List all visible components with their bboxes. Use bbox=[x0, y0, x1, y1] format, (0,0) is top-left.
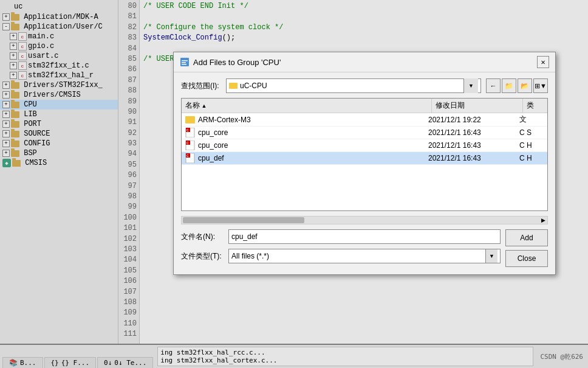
dialog-titlebar: Add Files to Group 'CPU' ✕ bbox=[174, 52, 555, 72]
add-files-dialog: Add Files to Group 'CPU' ✕ 查找范围(I): uC-C… bbox=[173, 52, 556, 275]
location-label: 查找范围(I): bbox=[181, 81, 224, 91]
svg-text:C: C bbox=[186, 141, 189, 145]
action-buttons: Add Close bbox=[505, 229, 548, 267]
cpu-def-type: C H bbox=[519, 154, 544, 162]
cpu-core-2-name: cpu_core bbox=[198, 141, 228, 150]
bottom-form-area: 文件名(N): 文件类型(T): All files (*.*) ▼ Ad bbox=[181, 229, 548, 268]
cpu-core-1-type: C S bbox=[519, 128, 544, 137]
file-name-cpu-def: C cpu_def bbox=[185, 153, 428, 163]
nav-back-button[interactable]: ← bbox=[486, 78, 501, 93]
dialog-toolbar: 查找范围(I): uC-CPU ▼ ← 📁 📂 ⊞▼ bbox=[181, 78, 548, 93]
path-combo[interactable]: uC-CPU ▼ bbox=[226, 78, 481, 93]
svg-rect-3 bbox=[182, 64, 186, 65]
scrollbar-thumb bbox=[183, 217, 304, 223]
arm-cortex-folder-icon bbox=[185, 116, 195, 123]
dialog-title-icon bbox=[180, 57, 190, 67]
arm-cortex-type: 文 bbox=[519, 114, 544, 125]
dialog-overlay: Add Files to Group 'CPU' ✕ 查找范围(I): uC-C… bbox=[0, 0, 588, 368]
svg-rect-2 bbox=[182, 62, 186, 63]
svg-text:C: C bbox=[186, 154, 189, 158]
svg-text:C: C bbox=[186, 128, 189, 132]
cpu-def-date: 2021/12/1 16:43 bbox=[428, 154, 519, 162]
filetype-combo[interactable]: All files (*.*) ▼ bbox=[228, 249, 501, 263]
file-list: 名称 修改日期 类 ARM-Cortex-M3 2021/12/1 19:22 … bbox=[181, 98, 548, 211]
form-fields: 文件名(N): 文件类型(T): All files (*.*) ▼ bbox=[181, 229, 501, 268]
cpu-core-1-date: 2021/12/1 16:43 bbox=[428, 128, 519, 137]
cpu-core-2-file-icon: C bbox=[185, 141, 195, 150]
dialog-body: 查找范围(I): uC-CPU ▼ ← 📁 📂 ⊞▼ 名称 修改日期 bbox=[174, 72, 555, 274]
dialog-title: Add Files to Group 'CPU' bbox=[193, 58, 533, 67]
file-row-arm-cortex[interactable]: ARM-Cortex-M3 2021/12/1 19:22 文 bbox=[182, 113, 547, 127]
scroll-right-button[interactable]: ▶ bbox=[539, 216, 547, 224]
file-name-arm-cortex: ARM-Cortex-M3 bbox=[185, 116, 428, 124]
current-path-text: uC-CPU bbox=[240, 82, 461, 90]
path-combo-dropdown[interactable]: ▼ bbox=[463, 78, 478, 93]
filename-row: 文件名(N): bbox=[181, 229, 501, 244]
svg-rect-1 bbox=[182, 60, 188, 61]
cpu-core-1-file-icon: C bbox=[185, 128, 195, 137]
arm-cortex-date: 2021/12/1 19:22 bbox=[428, 116, 519, 124]
close-button[interactable]: Close bbox=[505, 250, 548, 267]
horizontal-scrollbar[interactable]: ▶ bbox=[181, 216, 548, 224]
add-button[interactable]: Add bbox=[505, 229, 548, 246]
filetype-row: 文件类型(T): All files (*.*) ▼ bbox=[181, 249, 501, 263]
file-name-cpu-core-2: C cpu_core bbox=[185, 141, 428, 150]
filetype-value: All files (*.*) bbox=[231, 252, 485, 260]
cpu-def-file-icon: C bbox=[185, 153, 195, 163]
cpu-core-1-name: cpu_core bbox=[198, 128, 228, 137]
filename-input[interactable] bbox=[228, 229, 501, 244]
cpu-core-2-type: C H bbox=[519, 141, 544, 150]
filetype-combo-dropdown[interactable]: ▼ bbox=[485, 249, 497, 263]
cpu-core-2-date: 2021/12/1 16:43 bbox=[428, 141, 519, 150]
col-type-header[interactable]: 类 bbox=[523, 99, 547, 113]
filename-label: 文件名(N): bbox=[181, 232, 225, 242]
file-row-cpu-core-1[interactable]: C cpu_core 2021/12/1 16:43 C S bbox=[182, 127, 547, 139]
nav-view-button[interactable]: ⊞▼ bbox=[533, 78, 548, 93]
path-folder-icon bbox=[229, 83, 238, 89]
dialog-close-button[interactable]: ✕ bbox=[537, 56, 549, 68]
arm-cortex-name: ARM-Cortex-M3 bbox=[198, 116, 251, 124]
file-list-header: 名称 修改日期 类 bbox=[182, 99, 547, 113]
file-row-cpu-core-2[interactable]: C cpu_core 2021/12/1 16:43 C H bbox=[182, 139, 547, 152]
cpu-def-name: cpu_def bbox=[198, 154, 224, 162]
file-row-cpu-def[interactable]: C cpu_def 2021/12/1 16:43 C H bbox=[182, 152, 547, 165]
filetype-label: 文件类型(T): bbox=[181, 251, 225, 262]
toolbar-buttons: ← 📁 📂 ⊞▼ bbox=[486, 78, 548, 93]
nav-up-button[interactable]: 📁 bbox=[502, 78, 516, 93]
col-date-header[interactable]: 修改日期 bbox=[432, 99, 523, 113]
col-name-header[interactable]: 名称 bbox=[182, 99, 432, 113]
file-list-body[interactable]: ARM-Cortex-M3 2021/12/1 19:22 文 bbox=[182, 113, 547, 210]
file-name-cpu-core-1: C cpu_core bbox=[185, 128, 428, 137]
nav-new-folder-button[interactable]: 📂 bbox=[518, 78, 532, 93]
